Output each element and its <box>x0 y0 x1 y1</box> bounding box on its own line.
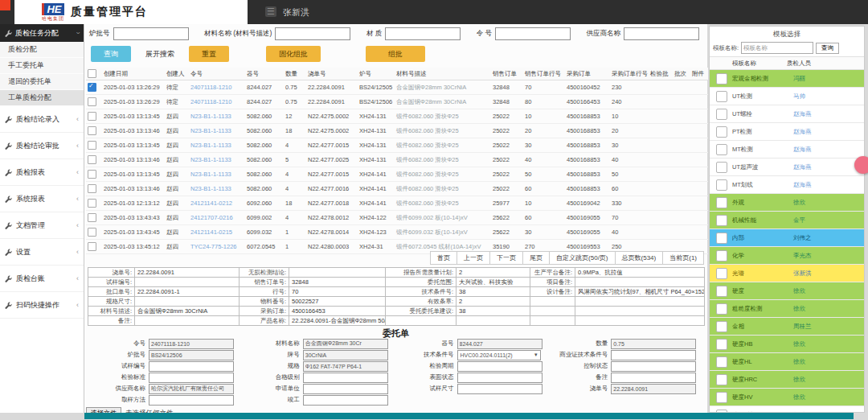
template-checkbox[interactable] <box>716 162 727 173</box>
sidebar-group[interactable]: 质检结论审批‹ <box>0 133 84 159</box>
template-person[interactable]: 周桂兰 <box>793 323 812 331</box>
sidebar-group[interactable]: 设置‹ <box>0 239 84 266</box>
template-person[interactable]: 徐欣 <box>793 340 805 348</box>
template-row[interactable]: 金相周桂兰 <box>710 318 864 336</box>
column-header[interactable]: 浇单号 <box>306 68 358 80</box>
template-checkbox[interactable] <box>716 392 727 403</box>
column-header[interactable]: 采购订单行号 <box>610 68 649 80</box>
sidebar-subitem[interactable]: 手工委托单 <box>0 58 84 74</box>
template-row[interactable]: MT检测赵海燕 <box>710 141 864 159</box>
column-header[interactable]: 材料号描述 <box>395 68 491 80</box>
row-checkbox[interactable] <box>88 242 96 251</box>
column-header[interactable]: 创建人 <box>165 68 189 80</box>
pager-button[interactable]: 下一页 <box>489 251 523 265</box>
template-row[interactable]: 端口对焊刘秀云 <box>710 406 864 413</box>
sidebar-subitem[interactable]: 工单质检分配 <box>0 90 84 106</box>
row-checkbox[interactable] <box>88 228 96 237</box>
form-input[interactable] <box>457 361 542 372</box>
row-checkbox[interactable] <box>88 170 96 179</box>
row-checkbox[interactable] <box>88 213 96 222</box>
pager-button[interactable]: 当前页(1) <box>662 251 704 265</box>
pager-button[interactable]: 上一页 <box>457 251 490 265</box>
sidebar-subitem[interactable]: 退回的委托单 <box>0 74 84 90</box>
sidebar-group-active[interactable]: 质检任务分配 ‹ <box>0 24 84 42</box>
template-row[interactable]: 宏观金相检测冯丽 <box>710 70 864 88</box>
template-row[interactable]: 内部刘伟之 <box>710 229 864 247</box>
form-input[interactable] <box>303 339 388 349</box>
solidify-batch-button[interactable]: 固化组批 <box>266 46 321 62</box>
template-row[interactable]: 化学李光杰 <box>710 247 864 265</box>
pager-button[interactable]: 总页数(534) <box>615 251 664 265</box>
form-input[interactable] <box>149 361 234 372</box>
template-row[interactable]: 光谱张新洪 <box>710 265 864 282</box>
template-row[interactable]: 硬度HL徐欣 <box>710 353 864 371</box>
floating-badge[interactable] <box>854 156 868 174</box>
template-row[interactable]: 硬度HRC徐欣 <box>710 371 864 389</box>
table-row[interactable]: 2025-01-03 13:26:29待定24071118-12108244.0… <box>86 80 708 95</box>
column-header[interactable]: 器号 <box>245 68 284 80</box>
template-person[interactable]: 徐欣 <box>793 393 805 401</box>
template-person[interactable]: 赵海燕 <box>793 181 812 189</box>
template-checkbox[interactable] <box>716 179 727 191</box>
template-person[interactable]: 赵海燕 <box>793 163 812 171</box>
form-input[interactable] <box>611 339 696 349</box>
row-checkbox[interactable] <box>88 97 96 106</box>
query-button[interactable]: 查询 <box>91 46 131 62</box>
template-checkbox[interactable] <box>716 197 727 208</box>
user-name[interactable]: 张新洪 <box>283 6 309 19</box>
template-checkbox[interactable] <box>716 286 727 297</box>
template-checkbox[interactable] <box>716 233 727 244</box>
template-row[interactable]: 硬度HB徐欣 <box>710 336 864 353</box>
column-header[interactable]: 检验批 <box>649 68 673 80</box>
filter-input[interactable] <box>113 27 189 40</box>
column-header[interactable]: 令号 <box>189 68 245 80</box>
template-person[interactable]: 徐欣 <box>793 199 805 207</box>
template-row[interactable]: UT检测马帅 <box>710 88 864 105</box>
order-link-cell[interactable]: N23-B1-1-1133 <box>189 153 245 167</box>
column-header[interactable]: 批次 <box>673 68 690 80</box>
form-input[interactable] <box>611 350 696 360</box>
row-checkbox[interactable] <box>88 155 96 164</box>
filter-input[interactable] <box>275 27 350 40</box>
template-checkbox[interactable] <box>716 321 727 332</box>
template-checkbox[interactable] <box>716 144 727 155</box>
column-header[interactable]: 销售订单 <box>491 68 523 80</box>
template-checkbox[interactable] <box>716 339 727 350</box>
column-header[interactable]: 创建日期 <box>102 68 165 80</box>
table-row[interactable]: 2025-01-03 13:13:46赵四N23-B1-1-11335082.0… <box>86 124 708 138</box>
template-person[interactable]: 刘伟之 <box>793 234 812 242</box>
batch-button[interactable]: 组批 <box>366 46 425 62</box>
form-input[interactable] <box>149 395 234 406</box>
template-person[interactable]: 金平 <box>793 216 805 224</box>
select-all-checkbox[interactable] <box>88 69 96 78</box>
template-person[interactable]: 徐欣 <box>793 305 805 313</box>
sidebar-group[interactable]: 扫码快捷操作‹ <box>0 292 84 319</box>
template-person[interactable]: 徐欣 <box>793 376 805 384</box>
filter-input[interactable] <box>385 27 461 40</box>
form-input[interactable] <box>303 361 388 372</box>
order-link-cell[interactable]: 24071118-1210 <box>189 95 245 109</box>
table-row[interactable]: 2025-01-03 13:13:45赵四N23-B1-1-11335082.0… <box>86 138 708 153</box>
template-person[interactable]: 冯丽 <box>793 75 805 83</box>
template-row[interactable]: 外观徐欣 <box>710 194 864 212</box>
pager-button[interactable]: 尾页 <box>522 251 550 265</box>
template-search-button[interactable]: 查询 <box>816 43 839 54</box>
column-header[interactable]: 数量 <box>284 68 306 80</box>
column-header[interactable]: 附件 <box>690 68 708 80</box>
form-input[interactable] <box>303 373 388 383</box>
template-row[interactable]: 硬度HV徐欣 <box>710 389 864 406</box>
form-input[interactable] <box>457 373 542 383</box>
table-row[interactable]: 2025-01-03 13:13:46赵四N23-B1-1-11335082.0… <box>86 182 708 196</box>
row-checkbox[interactable] <box>88 199 96 208</box>
template-checkbox[interactable] <box>716 356 727 368</box>
row-checkbox[interactable] <box>88 112 96 121</box>
table-row[interactable]: 2025-01-03 12:13:12赵四24121141-02126092.0… <box>86 196 708 211</box>
row-checkbox[interactable] <box>88 83 96 92</box>
template-checkbox[interactable] <box>716 215 727 226</box>
template-row[interactable]: 粗糙度检测徐欣 <box>710 300 864 318</box>
reset-button[interactable]: 重置 <box>189 46 229 62</box>
template-checkbox[interactable] <box>716 91 727 102</box>
template-person[interactable]: 徐欣 <box>793 358 805 366</box>
form-input[interactable] <box>149 339 234 349</box>
sidebar-group[interactable]: 系统报表‹ <box>0 186 84 212</box>
